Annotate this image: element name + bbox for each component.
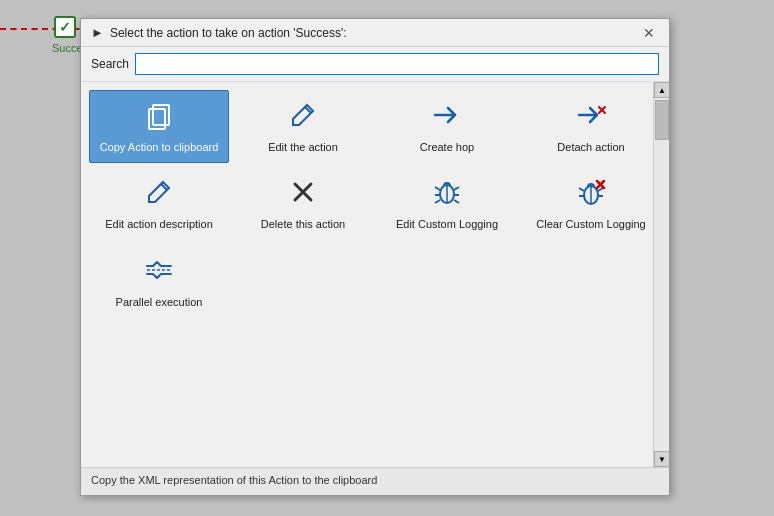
search-input[interactable]	[135, 53, 659, 75]
dialog-title: Select the action to take on action 'Suc…	[110, 26, 347, 40]
scrollbar-thumb[interactable]	[655, 100, 669, 140]
svg-line-9	[435, 200, 440, 203]
edit-description-label: Edit action description	[105, 217, 213, 231]
items-grid: Copy Action to clipboard Edit the action	[81, 82, 653, 467]
bug-clear-icon	[575, 176, 607, 213]
svg-line-7	[435, 187, 440, 190]
detach-action-item[interactable]: Detach action	[521, 90, 653, 163]
edit-logging-item[interactable]: Edit Custom Logging	[377, 167, 517, 240]
dialog-content: Copy Action to clipboard Edit the action	[81, 82, 669, 467]
status-text: Copy the XML representation of this Acti…	[91, 474, 377, 486]
edit-description-item[interactable]: Edit action description	[89, 167, 229, 240]
title-arrow-icon: ►	[91, 25, 104, 40]
detach-action-label: Detach action	[557, 140, 624, 154]
dashed-line	[0, 28, 90, 30]
delete-action-item[interactable]: Delete this action	[233, 167, 373, 240]
copy-icon	[143, 99, 175, 136]
delete-action-label: Delete this action	[261, 217, 345, 231]
edit-action-item[interactable]: Edit the action	[233, 90, 373, 163]
search-row: Search	[81, 47, 669, 82]
svg-line-15	[579, 188, 584, 191]
parallel-icon	[143, 254, 175, 291]
create-hop-item[interactable]: Create hop	[377, 90, 517, 163]
svg-line-12	[454, 200, 459, 203]
create-hop-label: Create hop	[420, 140, 474, 154]
detach-icon	[575, 99, 607, 136]
bug-icon	[431, 176, 463, 213]
svg-line-10	[454, 187, 459, 190]
close-button[interactable]: ✕	[639, 26, 659, 40]
dialog: ► Select the action to take on action 'S…	[80, 18, 670, 496]
edit-logging-label: Edit Custom Logging	[396, 217, 498, 231]
dialog-header: ► Select the action to take on action 'S…	[81, 19, 669, 47]
svg-line-17	[598, 188, 603, 191]
copy-action-item[interactable]: Copy Action to clipboard	[89, 90, 229, 163]
clear-logging-label: Clear Custom Logging	[536, 217, 645, 231]
pencil-small-icon	[143, 176, 175, 213]
dialog-title-row: ► Select the action to take on action 'S…	[91, 25, 347, 40]
clear-logging-item[interactable]: Clear Custom Logging	[521, 167, 653, 240]
search-label: Search	[91, 57, 129, 71]
scroll-up-button[interactable]: ▲	[654, 82, 669, 98]
copy-action-label: Copy Action to clipboard	[100, 140, 219, 154]
checkmark-icon: ✓	[54, 16, 76, 38]
cross-icon	[287, 176, 319, 213]
pencil-icon	[287, 99, 319, 136]
parallel-item[interactable]: Parallel execution	[89, 245, 229, 318]
arrow-right-icon	[431, 99, 463, 136]
status-bar: Copy the XML representation of this Acti…	[81, 467, 669, 495]
scrollbar[interactable]: ▲ ▼	[653, 82, 669, 467]
scroll-down-button[interactable]: ▼	[654, 451, 669, 467]
parallel-label: Parallel execution	[116, 295, 203, 309]
edit-action-label: Edit the action	[268, 140, 338, 154]
